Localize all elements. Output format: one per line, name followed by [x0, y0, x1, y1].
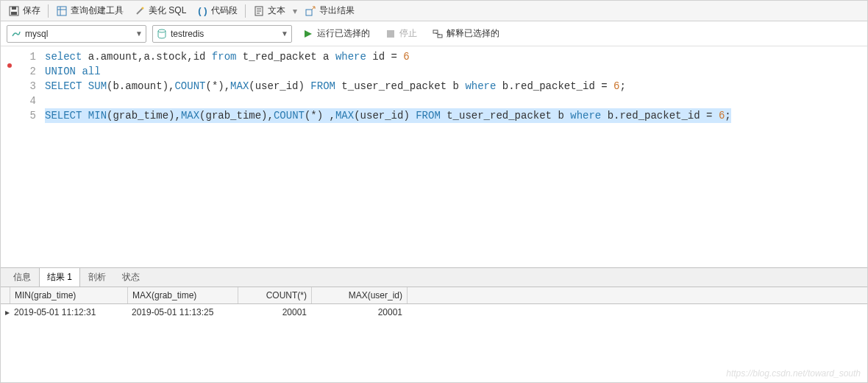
tab-profile[interactable]: 剖析: [80, 267, 114, 287]
tab-status[interactable]: 状态: [114, 267, 148, 287]
cell[interactable]: 20001: [238, 304, 311, 320]
svg-rect-1: [12, 7, 16, 10]
svg-rect-15: [387, 30, 394, 38]
row-marker-header: [1, 287, 10, 303]
database-combo[interactable]: testredis ▼: [152, 25, 292, 43]
svg-point-7: [142, 7, 144, 9]
mysql-icon: [10, 28, 22, 40]
chevron-down-icon: ▼: [281, 29, 288, 38]
braces-icon: ( ): [196, 5, 208, 17]
col-header[interactable]: MAX(grab_time): [128, 287, 238, 303]
svg-rect-17: [438, 35, 442, 38]
wand-icon: [134, 5, 146, 17]
grid-header: MIN(grab_time) MAX(grab_time) COUNT(*) M…: [1, 287, 867, 304]
watermark: https://blog.csdn.net/toward_south: [726, 368, 861, 379]
database-value: testredis: [168, 29, 281, 39]
explain-icon: [432, 28, 444, 40]
svg-marker-14: [305, 30, 312, 38]
breakpoint-dot: [7, 63, 12, 68]
cell[interactable]: 2019-05-01 11:12:31: [10, 304, 127, 320]
grid-icon: [56, 5, 68, 17]
tab-info[interactable]: 信息: [5, 267, 39, 287]
svg-line-6: [137, 8, 143, 14]
stop-label: 停止: [399, 27, 417, 40]
tab-result[interactable]: 结果 1: [39, 267, 80, 287]
row-pointer-icon: ▸: [1, 304, 10, 320]
play-icon: [302, 28, 314, 40]
query-builder-label: 查询创建工具: [71, 4, 124, 17]
database-icon: [156, 28, 168, 40]
chevron-down-icon: ▼: [135, 29, 143, 38]
stop-button: 停止: [380, 26, 421, 41]
main-toolbar: 保存 查询创建工具 美化 SQL ( ) 代码段 文本 ▾ 导出结果: [1, 1, 867, 21]
svg-rect-12: [306, 10, 312, 15]
beautify-button[interactable]: 美化 SQL: [129, 3, 191, 18]
table-row[interactable]: ▸ 2019-05-01 11:12:31 2019-05-01 11:13:2…: [1, 304, 867, 320]
svg-rect-16: [433, 30, 438, 33]
sql-editor[interactable]: 1select a.amount,a.stock,id from t_red_p…: [1, 46, 867, 267]
connection-value: mysql: [22, 29, 135, 39]
text-button[interactable]: 文本: [249, 3, 290, 18]
dropdown-caret[interactable]: ▾: [291, 6, 299, 16]
selector-row: mysql ▼ testredis ▼ 运行已选择的 停止 解释已选择的: [1, 21, 867, 46]
doc-icon: [253, 5, 265, 17]
separator: [48, 4, 49, 18]
svg-rect-3: [57, 7, 66, 15]
separator: [245, 4, 246, 18]
run-label: 运行已选择的: [317, 27, 370, 40]
result-tabs: 信息 结果 1 剖析 状态: [1, 267, 867, 287]
export-icon: [305, 5, 316, 17]
stop-icon: [385, 28, 396, 40]
export-label: 导出结果: [319, 4, 355, 17]
col-header[interactable]: MIN(grab_time): [10, 287, 128, 303]
col-header[interactable]: MAX(user_id): [312, 287, 408, 303]
snippet-label: 代码段: [211, 4, 238, 17]
export-button[interactable]: 导出结果: [300, 3, 359, 18]
save-icon: [8, 5, 20, 17]
beautify-label: 美化 SQL: [149, 4, 186, 17]
run-button[interactable]: 运行已选择的: [298, 26, 374, 41]
result-grid: MIN(grab_time) MAX(grab_time) COUNT(*) M…: [1, 287, 867, 320]
cell[interactable]: 2019-05-01 11:13:25: [127, 304, 238, 320]
explain-label: 解释已选择的: [447, 27, 499, 40]
save-label: 保存: [23, 4, 40, 17]
save-button[interactable]: 保存: [4, 3, 45, 18]
col-header[interactable]: COUNT(*): [238, 287, 312, 303]
svg-point-13: [158, 29, 166, 32]
cell[interactable]: 20001: [311, 304, 407, 320]
text-label: 文本: [268, 4, 285, 17]
connection-combo[interactable]: mysql ▼: [7, 25, 146, 43]
svg-rect-2: [11, 12, 17, 15]
explain-button[interactable]: 解释已选择的: [427, 26, 504, 41]
query-builder-button[interactable]: 查询创建工具: [51, 3, 128, 18]
snippet-button[interactable]: ( ) 代码段: [192, 3, 242, 18]
